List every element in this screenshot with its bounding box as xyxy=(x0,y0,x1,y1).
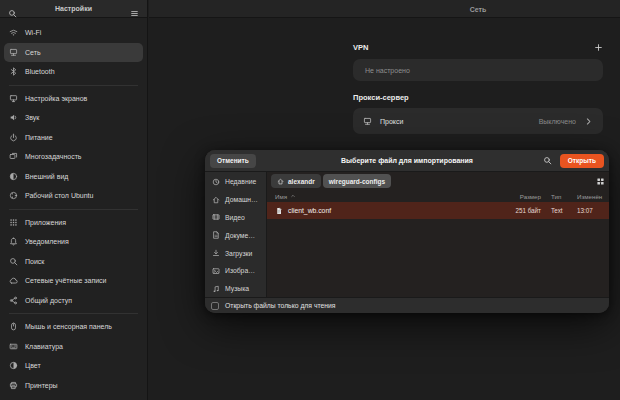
file-type: Text xyxy=(551,207,566,214)
place-recent[interactable]: Недавние xyxy=(208,173,263,191)
sound-icon xyxy=(9,113,18,122)
ubuntu-icon xyxy=(9,191,18,200)
sidebar-item-applications[interactable]: Приложения xyxy=(4,213,143,233)
page-title: Сеть xyxy=(470,5,487,12)
place-music[interactable]: Музыка xyxy=(208,280,263,298)
sidebar-item-appearance[interactable]: Внешний вид xyxy=(4,167,143,187)
column-headers: Имя Размер Тип Изменён xyxy=(267,190,609,202)
download-icon xyxy=(212,249,220,257)
menu-icon[interactable] xyxy=(130,4,139,13)
breadcrumb-current-folder[interactable]: wireguard-configs xyxy=(323,174,391,188)
bell-icon xyxy=(9,237,18,246)
clock-icon xyxy=(212,178,220,186)
sidebar-item-wifi[interactable]: Wi-Fi xyxy=(4,23,143,43)
display-icon xyxy=(9,94,18,103)
sidebar-item-sharing[interactable]: Общий доступ xyxy=(4,291,143,311)
sidebar-separator xyxy=(9,209,138,210)
mouse-icon xyxy=(9,322,18,331)
sidebar-item-network[interactable]: Сеть xyxy=(4,43,143,63)
sidebar-separator xyxy=(9,313,138,314)
multitask-icon xyxy=(9,152,18,161)
dialog-title: Выберите файл для импортирования xyxy=(341,157,473,164)
sidebar-item-power[interactable]: Питание xyxy=(4,128,143,148)
sidebar-item-color[interactable]: Цвет xyxy=(4,356,143,376)
dialog-places-sidebar: Недавние Домашн… Видео Докуме… Загрузки … xyxy=(205,172,267,297)
place-documents[interactable]: Докуме… xyxy=(208,226,263,244)
file-name: client_wb.conf xyxy=(288,207,331,214)
cloud-icon xyxy=(9,276,18,285)
document-icon xyxy=(212,231,220,239)
file-modified: 13:07 xyxy=(577,207,601,214)
file-row[interactable]: client_wb.conf 251 байт Text 13:07 xyxy=(267,202,609,219)
network-icon xyxy=(9,48,18,57)
wifi-icon xyxy=(9,28,18,37)
column-size[interactable]: Размер xyxy=(501,193,541,200)
sidebar-item-multitasking[interactable]: Многозадачность xyxy=(4,147,143,167)
proxy-row[interactable]: Прокси Выключено xyxy=(353,108,603,134)
vpn-section-header: VPN xyxy=(353,43,603,52)
readonly-checkbox[interactable] xyxy=(211,302,219,310)
sidebar-item-mouse[interactable]: Мышь и сенсорная панель xyxy=(4,317,143,337)
settings-window: Настройки Wi-Fi Сеть Bluetooth Настройка… xyxy=(0,0,620,400)
breadcrumb-home[interactable]: alexandr xyxy=(271,174,321,188)
file-icon xyxy=(275,207,283,215)
proxy-label: Прокси xyxy=(380,118,531,125)
file-size: 251 байт xyxy=(501,207,541,214)
window-title: Настройки xyxy=(21,5,126,12)
sidebar-item-bluetooth[interactable]: Bluetooth xyxy=(4,62,143,82)
sidebar-item-displays[interactable]: Настройка экранов xyxy=(4,89,143,109)
power-icon xyxy=(9,133,18,142)
dialog-footer: Открыть файлы только для чтения xyxy=(205,297,609,313)
search-icon xyxy=(9,257,18,266)
sidebar-separator xyxy=(9,85,138,86)
sidebar-item-search[interactable]: Поиск xyxy=(4,252,143,272)
column-modified[interactable]: Изменён xyxy=(577,193,601,200)
add-vpn-button[interactable] xyxy=(594,43,603,52)
readonly-label: Открыть файлы только для чтения xyxy=(225,302,335,309)
chevron-right-icon xyxy=(584,117,593,126)
sort-ascending-icon xyxy=(290,193,296,199)
open-button[interactable]: Открыть xyxy=(560,154,604,168)
sidebar-item-keyboard[interactable]: Клавиатура xyxy=(4,337,143,357)
video-icon xyxy=(212,213,220,221)
sidebar-item-notifications[interactable]: Уведомления xyxy=(4,232,143,252)
home-icon xyxy=(277,178,284,185)
sidebar-list: Wi-Fi Сеть Bluetooth Настройка экранов З… xyxy=(0,18,147,395)
share-icon xyxy=(9,296,18,305)
proxy-icon xyxy=(363,117,372,126)
proxy-heading: Прокси-сервер xyxy=(353,93,409,102)
vpn-empty-row: Не настроено xyxy=(353,59,603,81)
dialog-headerbar: Отменить Выберите файл для импортировани… xyxy=(205,150,609,172)
apps-icon xyxy=(9,218,18,227)
search-icon[interactable] xyxy=(543,156,552,165)
sidebar-item-ubuntu-desktop[interactable]: Рабочий стол Ubuntu xyxy=(4,186,143,206)
vpn-empty-label: Не настроено xyxy=(365,67,410,74)
bluetooth-icon xyxy=(9,67,18,76)
printer-icon xyxy=(9,381,18,390)
color-icon xyxy=(9,361,18,370)
appearance-icon xyxy=(9,172,18,181)
column-name[interactable]: Имя xyxy=(275,193,501,200)
place-downloads[interactable]: Загрузки xyxy=(208,244,263,262)
keyboard-icon xyxy=(9,342,18,351)
place-home[interactable]: Домашн… xyxy=(208,191,263,209)
search-icon[interactable] xyxy=(8,4,17,13)
place-videos[interactable]: Видео xyxy=(208,209,263,227)
proxy-status: Выключено xyxy=(539,118,576,125)
sidebar-headerbar: Настройки xyxy=(0,0,147,18)
column-type[interactable]: Тип xyxy=(551,193,566,200)
file-chooser-dialog: Отменить Выберите файл для импортировани… xyxy=(205,150,609,313)
page-headerbar: Сеть xyxy=(149,0,620,18)
path-bar: alexandr wireguard-configs xyxy=(267,172,609,190)
cancel-button[interactable]: Отменить xyxy=(210,154,256,168)
sidebar-item-printers[interactable]: Принтеры xyxy=(4,376,143,396)
sidebar-item-online-accounts[interactable]: Сетевые учётные записи xyxy=(4,271,143,291)
place-pictures[interactable]: Изобра… xyxy=(208,262,263,280)
home-icon xyxy=(212,196,220,204)
settings-sidebar: Настройки Wi-Fi Сеть Bluetooth Настройка… xyxy=(0,0,148,400)
image-icon xyxy=(212,267,220,275)
music-icon xyxy=(212,285,220,293)
grid-view-icon[interactable] xyxy=(596,177,605,186)
vpn-heading: VPN xyxy=(353,43,368,52)
sidebar-item-sound[interactable]: Звук xyxy=(4,108,143,128)
